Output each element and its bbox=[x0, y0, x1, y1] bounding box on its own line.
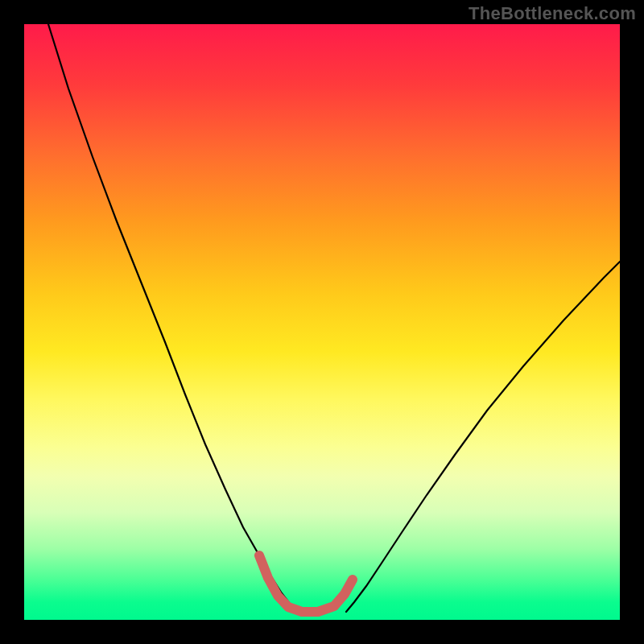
curve-right bbox=[346, 262, 620, 612]
watermark-text: TheBottleneck.com bbox=[469, 3, 636, 24]
chart-stage: TheBottleneck.com bbox=[0, 0, 644, 644]
chart-svg bbox=[24, 24, 620, 620]
curve-left bbox=[48, 24, 296, 612]
highlight-bracket bbox=[259, 555, 353, 612]
chart-panel bbox=[24, 24, 620, 620]
